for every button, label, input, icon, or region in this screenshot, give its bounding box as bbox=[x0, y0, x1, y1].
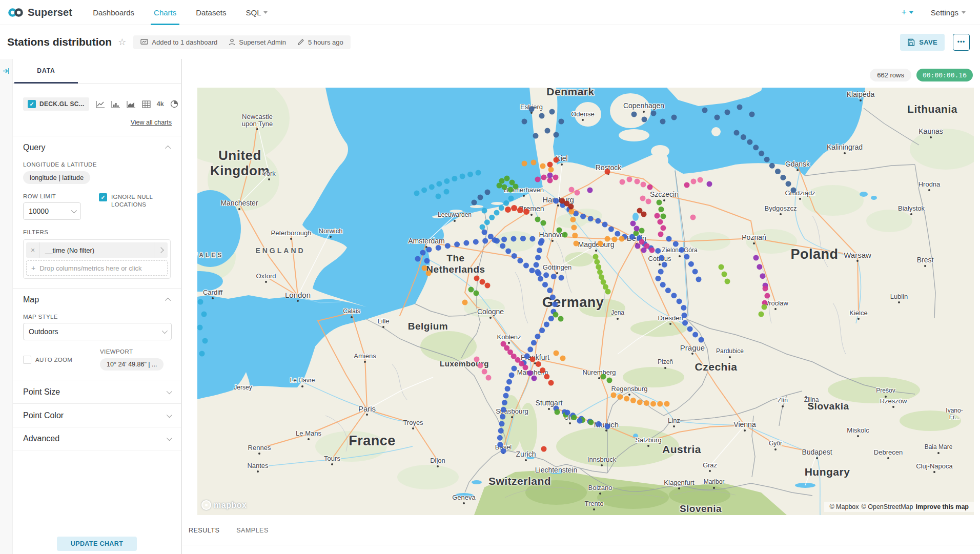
data-point bbox=[548, 167, 554, 173]
data-point bbox=[535, 217, 541, 222]
data-point bbox=[198, 299, 203, 305]
data-point bbox=[478, 363, 483, 368]
view-all-charts-link[interactable]: View all charts bbox=[131, 119, 172, 126]
data-point bbox=[684, 182, 690, 188]
osm-attribution-link[interactable]: © OpenStreetMap bbox=[862, 503, 913, 510]
collapse-panel-icon[interactable] bbox=[3, 68, 10, 74]
superset-logo[interactable]: Superset bbox=[8, 7, 72, 18]
data-point bbox=[517, 207, 523, 213]
data-point bbox=[480, 224, 485, 230]
checkbox-unchecked-icon[interactable] bbox=[23, 356, 31, 364]
data-point bbox=[523, 209, 529, 215]
nav-charts[interactable]: Charts bbox=[154, 0, 176, 25]
data-point bbox=[594, 259, 600, 264]
table-icon[interactable] bbox=[142, 100, 151, 108]
data-point bbox=[568, 204, 574, 210]
query-section-header[interactable]: Query bbox=[13, 136, 181, 152]
tab-results[interactable]: RESULTS bbox=[189, 527, 219, 539]
favorite-star-icon[interactable]: ☆ bbox=[118, 36, 126, 48]
data-point bbox=[505, 249, 511, 254]
data-point bbox=[530, 357, 536, 362]
nav-dashboards[interactable]: Dashboards bbox=[93, 0, 134, 25]
data-point bbox=[539, 113, 545, 119]
filters-drop-zone[interactable]: + Drop columns/metrics here or click bbox=[26, 260, 168, 276]
data-point bbox=[682, 313, 687, 318]
data-point bbox=[538, 240, 544, 246]
auto-zoom-control[interactable]: AUTO ZOOM bbox=[23, 348, 100, 371]
viz-count-badge[interactable]: 4k bbox=[157, 100, 164, 108]
data-point bbox=[570, 217, 576, 222]
data-point bbox=[753, 145, 759, 150]
bar-chart-icon[interactable] bbox=[111, 100, 120, 108]
map-section-header[interactable]: Map bbox=[13, 289, 181, 304]
line-chart-icon[interactable] bbox=[96, 100, 105, 108]
auto-zoom-label: AUTO ZOOM bbox=[35, 357, 72, 363]
save-disk-icon bbox=[907, 38, 915, 46]
lon-lat-value-pill[interactable]: longitude | latitude bbox=[23, 171, 90, 184]
tab-samples[interactable]: SAMPLES bbox=[236, 527, 269, 539]
data-point bbox=[635, 179, 640, 184]
point-size-section[interactable]: Point Size bbox=[13, 380, 181, 403]
query-section-title: Query bbox=[23, 143, 46, 152]
viz-type-selected[interactable]: ✓ DECK.GL SC... bbox=[23, 97, 89, 111]
collapse-rail bbox=[0, 59, 13, 554]
last-modified-badge[interactable]: 5 hours ago bbox=[297, 38, 343, 46]
settings-menu[interactable]: Settings bbox=[931, 8, 966, 17]
data-point bbox=[500, 414, 505, 420]
data-point bbox=[681, 305, 686, 311]
data-point bbox=[543, 272, 549, 278]
data-point bbox=[548, 380, 554, 386]
data-point bbox=[544, 374, 549, 379]
viewport-value-pill[interactable]: 10° 24' 49.86" | ... bbox=[100, 358, 164, 371]
chevron-right-icon bbox=[158, 247, 164, 253]
data-point bbox=[569, 187, 575, 193]
area-chart-icon[interactable] bbox=[127, 100, 136, 108]
point-color-section[interactable]: Point Color bbox=[13, 403, 181, 427]
data-point bbox=[558, 316, 564, 322]
mapbox-attribution-link[interactable]: © Mapbox bbox=[829, 503, 859, 510]
data-point bbox=[550, 295, 556, 300]
tab-data[interactable]: DATA bbox=[13, 59, 79, 83]
data-point bbox=[497, 435, 503, 441]
map-style-value: Outdoors bbox=[29, 327, 58, 336]
mapbox-logo[interactable]: mapbox bbox=[201, 500, 247, 510]
update-chart-button[interactable]: UPDATE CHART bbox=[57, 537, 137, 551]
data-point bbox=[444, 189, 450, 195]
nav-datasets[interactable]: Datasets bbox=[196, 0, 226, 25]
nav-sql[interactable]: SQL bbox=[246, 0, 268, 25]
plus-icon: + bbox=[31, 264, 35, 272]
save-button[interactable]: SAVE bbox=[900, 34, 945, 51]
ignore-null-control[interactable]: ✓ IGNORE NULLLOCATIONS bbox=[99, 184, 162, 209]
owner-badge[interactable]: Superset Admin bbox=[229, 38, 286, 46]
data-point bbox=[547, 178, 553, 183]
row-limit-select[interactable]: 10000 bbox=[23, 202, 81, 220]
pie-chart-icon[interactable] bbox=[170, 100, 178, 108]
dashboards-badge[interactable]: Added to 1 dashboard bbox=[140, 38, 217, 46]
data-point bbox=[508, 196, 514, 201]
map-style-select[interactable]: Outdoors bbox=[23, 323, 172, 340]
data-point bbox=[725, 110, 730, 115]
data-point bbox=[642, 117, 647, 122]
data-point bbox=[762, 304, 767, 310]
data-point bbox=[605, 236, 610, 242]
data-point bbox=[714, 115, 720, 120]
data-point bbox=[607, 378, 612, 383]
advanced-section[interactable]: Advanced bbox=[13, 427, 181, 450]
data-point bbox=[630, 221, 636, 227]
data-point bbox=[656, 276, 661, 281]
filter-expand-control[interactable] bbox=[154, 242, 168, 258]
viz-type-label: DECK.GL SC... bbox=[39, 100, 85, 108]
checkbox-checked-icon[interactable]: ✓ bbox=[99, 193, 107, 201]
data-point bbox=[565, 410, 570, 416]
more-options-button[interactable]: ••• bbox=[953, 34, 970, 51]
filter-item[interactable]: × __time (No filter) bbox=[26, 242, 168, 258]
data-point bbox=[702, 108, 708, 113]
add-new-button[interactable]: + bbox=[902, 7, 913, 17]
data-point bbox=[541, 220, 546, 226]
data-point bbox=[517, 258, 523, 263]
improve-map-link[interactable]: Improve this map bbox=[916, 503, 969, 510]
filters-container: × __time (No filter) + Drop columns/metr… bbox=[23, 239, 171, 279]
map-canvas[interactable]: DenmarkUnited KingdomLithuaniaPolandGerm… bbox=[197, 88, 974, 515]
remove-filter-icon[interactable]: × bbox=[26, 242, 40, 258]
data-point bbox=[480, 279, 485, 285]
